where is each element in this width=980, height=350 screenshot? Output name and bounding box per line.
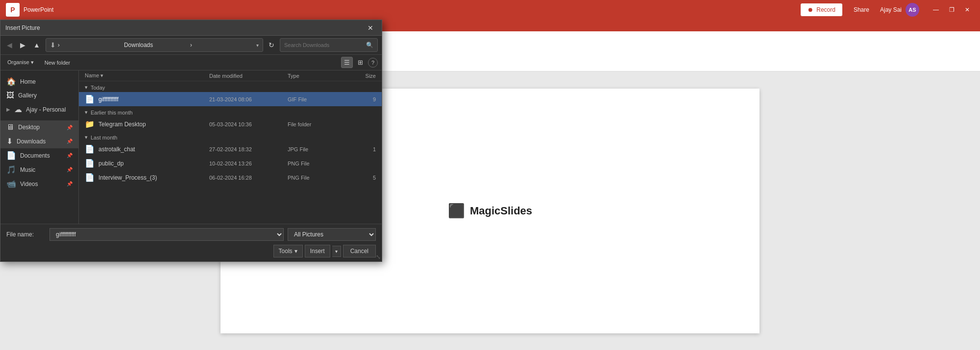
- dialog-close-button[interactable]: ✕: [364, 23, 377, 33]
- ppt-title: PowerPoint: [24, 6, 800, 13]
- videos-icon: 📹: [6, 179, 16, 188]
- telegram-type: File folder: [288, 121, 346, 127]
- col-name-header: Name ▾: [85, 72, 209, 79]
- file-row-astrotalk[interactable]: 📄 astrotalk_chat 27-02-2024 18:32 JPG Fi…: [79, 142, 382, 156]
- filetype-select[interactable]: All Pictures: [288, 228, 376, 241]
- lastmonth-label: Last month: [91, 135, 117, 140]
- interview-name: Interview_Process_(3): [98, 174, 209, 181]
- folder-icon: 📁: [85, 119, 95, 129]
- user-avatar: AS: [906, 3, 919, 17]
- today-expand-icon: ▾: [85, 84, 88, 91]
- downloads-pin-icon: 📌: [67, 139, 73, 144]
- interview-date: 06-02-2024 16:28: [209, 175, 288, 181]
- documents-pin-icon: 📌: [67, 153, 73, 158]
- desktop-pin-icon: 📌: [67, 125, 73, 130]
- sidebar-label-home: Home: [20, 78, 36, 85]
- col-size-header: Size: [346, 73, 376, 79]
- documents-icon: 📄: [6, 151, 16, 160]
- magic-slides-text: MagicSlides: [470, 205, 532, 217]
- path-location: Downloads: [124, 42, 188, 48]
- dialog-secondbar: Organise ▾ New folder ☰ ⊞ ?: [0, 55, 382, 70]
- publicdp-name: public_dp: [98, 160, 209, 167]
- sidebar-label-documents: Documents: [20, 152, 50, 159]
- astrotalk-name: astrotalk_chat: [98, 146, 209, 153]
- music-icon: 🎵: [6, 165, 16, 174]
- grid-view-button[interactable]: ⊞: [355, 57, 366, 68]
- list-view-button[interactable]: ☰: [341, 57, 353, 68]
- sidebar-label-gallery: Gallery: [18, 92, 37, 99]
- gallery-icon: 🖼: [6, 91, 14, 100]
- record-icon: ⏺: [808, 6, 813, 13]
- telegram-date: 05-03-2024 10:36: [209, 121, 288, 127]
- sidebar-label-downloads: Downloads: [17, 138, 46, 145]
- dialog-sidebar: 🏠 Home 🖼 Gallery ▶ ☁ Ajay - Personal 🖥 D…: [0, 70, 79, 224]
- tools-dropdown-icon: ▾: [294, 248, 297, 255]
- gif-file-name: giffffffffff: [98, 96, 209, 103]
- username: Ajay Sai: [880, 6, 902, 13]
- dialog-footer: File name: giffffffffff All Pictures Too…: [0, 224, 382, 261]
- file-row-interview[interactable]: 📄 Interview_Process_(3) 06-02-2024 16:28…: [79, 170, 382, 185]
- earlier-expand-icon: ▾: [85, 109, 88, 116]
- sidebar-item-desktop[interactable]: 🖥 Desktop 📌: [0, 120, 78, 134]
- share-button[interactable]: Share: [847, 3, 876, 16]
- path-arrow: ›: [190, 42, 254, 48]
- sidebar-label-videos: Videos: [20, 181, 38, 187]
- forward-button[interactable]: ▶: [18, 40, 28, 50]
- file-list-header: Name ▾ Date modified Type Size: [79, 70, 382, 81]
- resize-handle[interactable]: ⤡: [376, 254, 381, 260]
- today-label: Today: [91, 85, 105, 91]
- search-input[interactable]: [284, 42, 364, 48]
- interview-icon: 📄: [85, 173, 95, 182]
- record-button[interactable]: ⏺ Record: [800, 3, 843, 17]
- insert-picture-dialog: Insert Picture ✕ ◀ ▶ ▲ ⬇ › Downloads › ▾…: [0, 20, 382, 262]
- publicdp-icon: 📄: [85, 159, 95, 168]
- sidebar-item-music[interactable]: 🎵 Music 📌: [0, 163, 78, 177]
- dialog-titlebar: Insert Picture ✕: [0, 20, 382, 36]
- dialog-toolbar: ◀ ▶ ▲ ⬇ › Downloads › ▾ ↻ 🔍: [0, 36, 382, 55]
- videos-pin-icon: 📌: [67, 181, 73, 187]
- file-row-telegram[interactable]: 📁 Telegram Desktop 05-03-2024 10:36 File…: [79, 117, 382, 131]
- publicdp-type: PNG File: [288, 161, 346, 166]
- astrotalk-icon: 📄: [85, 144, 95, 154]
- path-dropdown-icon: ▾: [256, 43, 259, 48]
- slide-content: ⬛ MagicSlides: [448, 203, 532, 219]
- tools-button[interactable]: Tools ▾: [273, 245, 303, 257]
- cancel-button[interactable]: Cancel: [343, 245, 376, 257]
- restore-button[interactable]: ❐: [945, 4, 958, 15]
- view-controls: ☰ ⊞ ?: [341, 57, 378, 68]
- sidebar-item-videos[interactable]: 📹 Videos 📌: [0, 177, 78, 191]
- help-button[interactable]: ?: [368, 58, 378, 68]
- minimize-button[interactable]: —: [929, 4, 943, 15]
- sidebar-item-ajay-personal[interactable]: ▶ ☁ Ajay - Personal: [0, 102, 78, 117]
- file-row-publicdp[interactable]: 📄 public_dp 10-02-2024 13:26 PNG File: [79, 156, 382, 170]
- insert-button[interactable]: Insert: [305, 245, 330, 257]
- filename-label: File name:: [6, 231, 46, 238]
- sidebar-label-desktop: Desktop: [18, 124, 40, 131]
- new-folder-button[interactable]: New folder: [41, 58, 74, 67]
- path-text: ›: [58, 42, 122, 48]
- sidebar-item-gallery[interactable]: 🖼 Gallery: [0, 89, 78, 102]
- filename-input[interactable]: giffffffffff: [49, 228, 284, 241]
- earlier-label: Earlier this month: [91, 110, 133, 116]
- cloud-icon: ☁: [14, 105, 22, 114]
- up-button[interactable]: ▲: [31, 40, 43, 50]
- organize-button[interactable]: Organise ▾: [4, 58, 37, 67]
- file-row-giffffffffff[interactable]: 📄 giffffffffff 21-03-2024 08:06 GIF File…: [79, 92, 382, 106]
- search-box[interactable]: 🔍: [280, 38, 378, 52]
- filename-row: File name: giffffffffff All Pictures: [6, 228, 376, 241]
- telegram-name: Telegram Desktop: [98, 121, 209, 128]
- sidebar-item-downloads[interactable]: ⬇ Downloads 📌: [0, 134, 78, 148]
- insert-dropdown-button[interactable]: ▾: [332, 246, 341, 257]
- sidebar-label-ajay: Ajay - Personal: [26, 106, 66, 113]
- interview-size: 5: [346, 175, 376, 181]
- close-button[interactable]: ✕: [960, 4, 974, 15]
- section-today: ▾ Today: [79, 81, 382, 92]
- section-last-month: ▾ Last month: [79, 131, 382, 142]
- sidebar-label-music: Music: [20, 166, 35, 173]
- gif-file-type: GIF File: [288, 96, 346, 102]
- path-box[interactable]: ⬇ › Downloads › ▾: [46, 38, 263, 52]
- sidebar-item-documents[interactable]: 📄 Documents 📌: [0, 148, 78, 163]
- back-button[interactable]: ◀: [4, 40, 15, 50]
- refresh-button[interactable]: ↻: [266, 40, 277, 50]
- sidebar-item-home[interactable]: 🏠 Home: [0, 74, 78, 89]
